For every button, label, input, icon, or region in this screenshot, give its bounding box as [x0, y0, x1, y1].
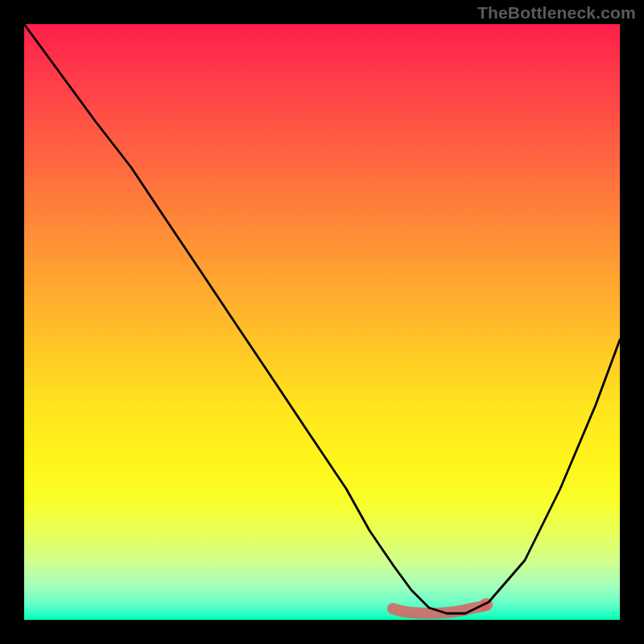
curve-layer: [24, 24, 620, 620]
watermark-text: TheBottleneck.com: [477, 3, 636, 23]
bottleneck-curve-path: [24, 24, 620, 613]
plot-area: [24, 24, 620, 620]
chart-frame: TheBottleneck.com: [0, 0, 644, 644]
